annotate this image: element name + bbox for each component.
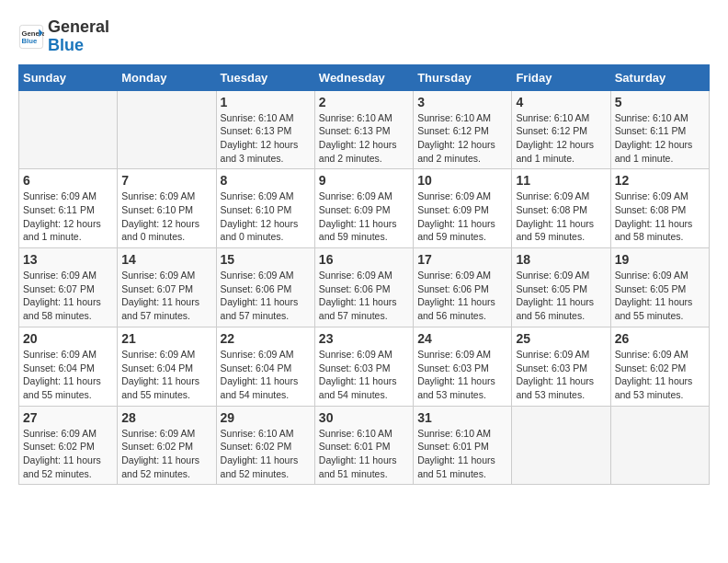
calendar-cell: 12Sunrise: 6:09 AM Sunset: 6:08 PM Dayli… (610, 169, 709, 248)
day-info: Sunrise: 6:10 AM Sunset: 6:12 PM Dayligh… (417, 111, 507, 166)
weekday-header-thursday: Thursday (414, 64, 512, 90)
day-info: Sunrise: 6:10 AM Sunset: 6:13 PM Dayligh… (319, 111, 409, 166)
day-info: Sunrise: 6:09 AM Sunset: 6:08 PM Dayligh… (615, 190, 705, 244)
day-number: 30 (319, 410, 409, 425)
calendar-cell (512, 406, 610, 485)
day-number: 27 (23, 410, 113, 425)
day-info: Sunrise: 6:09 AM Sunset: 6:06 PM Dayligh… (221, 269, 311, 323)
day-info: Sunrise: 6:10 AM Sunset: 6:12 PM Dayligh… (516, 111, 606, 166)
day-number: 16 (319, 252, 409, 267)
day-number: 26 (615, 331, 705, 346)
calendar-cell: 16Sunrise: 6:09 AM Sunset: 6:06 PM Dayli… (314, 248, 413, 327)
day-number: 23 (319, 331, 409, 346)
day-info: Sunrise: 6:09 AM Sunset: 6:05 PM Dayligh… (516, 269, 606, 323)
day-number: 20 (23, 331, 113, 346)
logo: General Blue General Blue (18, 18, 109, 55)
day-number: 10 (417, 173, 507, 188)
day-info: Sunrise: 6:09 AM Sunset: 6:05 PM Dayligh… (615, 269, 705, 323)
weekday-header-wednesday: Wednesday (314, 64, 413, 90)
calendar-cell: 18Sunrise: 6:09 AM Sunset: 6:05 PM Dayli… (512, 248, 610, 327)
calendar-table: SundayMondayTuesdayWednesdayThursdayFrid… (18, 64, 710, 486)
calendar-cell: 13Sunrise: 6:09 AM Sunset: 6:07 PM Dayli… (19, 248, 118, 327)
week-row-2: 6Sunrise: 6:09 AM Sunset: 6:11 PM Daylig… (19, 169, 710, 248)
day-info: Sunrise: 6:09 AM Sunset: 6:07 PM Dayligh… (23, 269, 113, 323)
calendar-cell: 30Sunrise: 6:10 AM Sunset: 6:01 PM Dayli… (314, 406, 413, 485)
calendar-cell: 11Sunrise: 6:09 AM Sunset: 6:08 PM Dayli… (512, 169, 610, 248)
day-info: Sunrise: 6:09 AM Sunset: 6:03 PM Dayligh… (319, 348, 409, 402)
day-info: Sunrise: 6:09 AM Sunset: 6:02 PM Dayligh… (121, 427, 211, 481)
day-info: Sunrise: 6:10 AM Sunset: 6:02 PM Dayligh… (221, 427, 311, 481)
svg-text:Blue: Blue (22, 37, 38, 45)
calendar-cell (19, 90, 118, 169)
calendar-cell (118, 90, 216, 169)
day-info: Sunrise: 6:09 AM Sunset: 6:09 PM Dayligh… (319, 190, 409, 244)
day-number: 8 (221, 173, 311, 188)
week-row-4: 20Sunrise: 6:09 AM Sunset: 6:04 PM Dayli… (19, 327, 710, 406)
calendar-cell: 29Sunrise: 6:10 AM Sunset: 6:02 PM Dayli… (216, 406, 314, 485)
day-info: Sunrise: 6:09 AM Sunset: 6:03 PM Dayligh… (417, 348, 507, 402)
day-info: Sunrise: 6:09 AM Sunset: 6:04 PM Dayligh… (221, 348, 311, 402)
logo-icon: General Blue (18, 24, 44, 50)
day-number: 14 (121, 252, 211, 267)
day-info: Sunrise: 6:09 AM Sunset: 6:07 PM Dayligh… (121, 269, 211, 323)
day-number: 13 (23, 252, 113, 267)
calendar-cell: 10Sunrise: 6:09 AM Sunset: 6:09 PM Dayli… (414, 169, 512, 248)
day-number: 31 (417, 410, 507, 425)
day-number: 29 (221, 410, 311, 425)
calendar-cell: 26Sunrise: 6:09 AM Sunset: 6:02 PM Dayli… (610, 327, 709, 406)
day-number: 24 (417, 331, 507, 346)
calendar-cell: 25Sunrise: 6:09 AM Sunset: 6:03 PM Dayli… (512, 327, 610, 406)
week-row-5: 27Sunrise: 6:09 AM Sunset: 6:02 PM Dayli… (19, 406, 710, 485)
week-row-3: 13Sunrise: 6:09 AM Sunset: 6:07 PM Dayli… (19, 248, 710, 327)
calendar-cell: 7Sunrise: 6:09 AM Sunset: 6:10 PM Daylig… (118, 169, 216, 248)
calendar-cell: 24Sunrise: 6:09 AM Sunset: 6:03 PM Dayli… (414, 327, 512, 406)
day-info: Sunrise: 6:09 AM Sunset: 6:11 PM Dayligh… (23, 190, 113, 244)
weekday-header-saturday: Saturday (610, 64, 709, 90)
day-info: Sunrise: 6:09 AM Sunset: 6:10 PM Dayligh… (221, 190, 311, 244)
day-info: Sunrise: 6:09 AM Sunset: 6:10 PM Dayligh… (121, 190, 211, 244)
calendar-cell: 27Sunrise: 6:09 AM Sunset: 6:02 PM Dayli… (19, 406, 118, 485)
day-number: 15 (221, 252, 311, 267)
day-info: Sunrise: 6:09 AM Sunset: 6:02 PM Dayligh… (23, 427, 113, 481)
day-info: Sunrise: 6:09 AM Sunset: 6:02 PM Dayligh… (615, 348, 705, 402)
weekday-header-tuesday: Tuesday (216, 64, 314, 90)
day-number: 9 (319, 173, 409, 188)
day-number: 2 (319, 95, 409, 109)
calendar-cell (610, 406, 709, 485)
day-info: Sunrise: 6:09 AM Sunset: 6:08 PM Dayligh… (516, 190, 606, 244)
day-number: 25 (516, 331, 606, 346)
day-info: Sunrise: 6:10 AM Sunset: 6:01 PM Dayligh… (417, 427, 507, 481)
day-number: 18 (516, 252, 606, 267)
calendar-cell: 14Sunrise: 6:09 AM Sunset: 6:07 PM Dayli… (118, 248, 216, 327)
day-number: 17 (417, 252, 507, 267)
calendar-cell: 20Sunrise: 6:09 AM Sunset: 6:04 PM Dayli… (19, 327, 118, 406)
calendar-cell: 3Sunrise: 6:10 AM Sunset: 6:12 PM Daylig… (414, 90, 512, 169)
calendar-cell: 2Sunrise: 6:10 AM Sunset: 6:13 PM Daylig… (314, 90, 413, 169)
day-number: 3 (417, 95, 507, 109)
day-number: 19 (615, 252, 705, 267)
calendar-cell: 8Sunrise: 6:09 AM Sunset: 6:10 PM Daylig… (216, 169, 314, 248)
calendar-cell: 22Sunrise: 6:09 AM Sunset: 6:04 PM Dayli… (216, 327, 314, 406)
calendar-cell: 15Sunrise: 6:09 AM Sunset: 6:06 PM Dayli… (216, 248, 314, 327)
day-info: Sunrise: 6:10 AM Sunset: 6:13 PM Dayligh… (221, 111, 311, 166)
page-header: General Blue General Blue (18, 18, 710, 55)
day-number: 11 (516, 173, 606, 188)
calendar-cell: 23Sunrise: 6:09 AM Sunset: 6:03 PM Dayli… (314, 327, 413, 406)
calendar-cell: 6Sunrise: 6:09 AM Sunset: 6:11 PM Daylig… (19, 169, 118, 248)
calendar-cell: 31Sunrise: 6:10 AM Sunset: 6:01 PM Dayli… (414, 406, 512, 485)
weekday-header-friday: Friday (512, 64, 610, 90)
day-info: Sunrise: 6:09 AM Sunset: 6:04 PM Dayligh… (23, 348, 113, 402)
calendar-cell: 17Sunrise: 6:09 AM Sunset: 6:06 PM Dayli… (414, 248, 512, 327)
calendar-cell: 4Sunrise: 6:10 AM Sunset: 6:12 PM Daylig… (512, 90, 610, 169)
calendar-cell: 5Sunrise: 6:10 AM Sunset: 6:11 PM Daylig… (610, 90, 709, 169)
day-number: 22 (221, 331, 311, 346)
week-row-1: 1Sunrise: 6:10 AM Sunset: 6:13 PM Daylig… (19, 90, 710, 169)
day-number: 28 (121, 410, 211, 425)
calendar-cell: 9Sunrise: 6:09 AM Sunset: 6:09 PM Daylig… (314, 169, 413, 248)
day-number: 5 (615, 95, 705, 109)
day-info: Sunrise: 6:10 AM Sunset: 6:11 PM Dayligh… (615, 111, 705, 166)
day-info: Sunrise: 6:09 AM Sunset: 6:03 PM Dayligh… (516, 348, 606, 402)
day-number: 12 (615, 173, 705, 188)
logo-text: General Blue (48, 18, 109, 55)
day-info: Sunrise: 6:09 AM Sunset: 6:06 PM Dayligh… (417, 269, 507, 323)
